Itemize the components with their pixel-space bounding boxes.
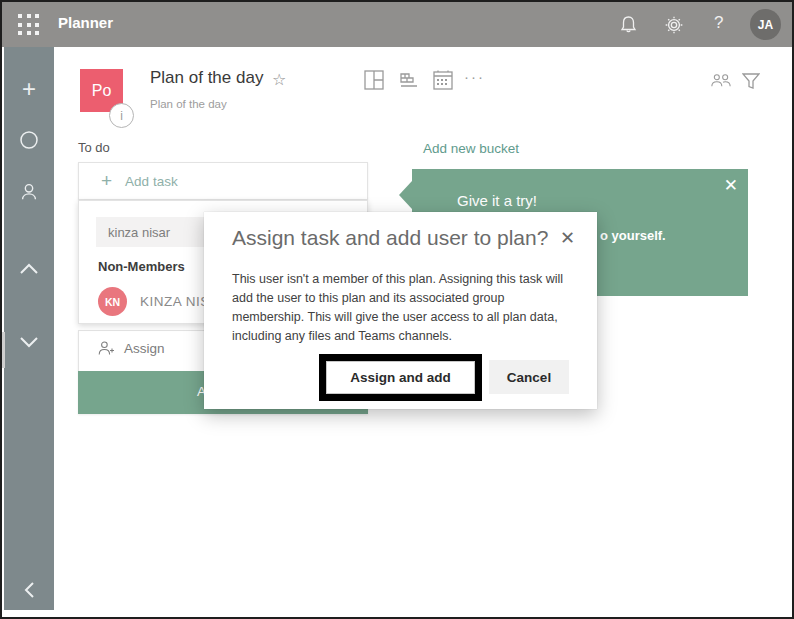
add-task-button[interactable]: + Add task <box>78 162 368 200</box>
assign-confirmation-dialog: Assign task and add user to plan? ✕ This… <box>204 212 597 409</box>
member-avatar-initials: KN <box>105 296 120 308</box>
assign-person-plus-icon <box>97 340 115 356</box>
dialog-body-text: This user isn't a member of this plan. A… <box>232 270 580 346</box>
planner-hub-icon[interactable] <box>4 125 54 155</box>
planner-window: Planner ? JA + <box>0 0 794 619</box>
cancel-button[interactable]: Cancel <box>489 360 569 394</box>
help-glyph: ? <box>714 13 723 32</box>
click-highlight-frame: Assign and add <box>319 354 482 401</box>
plan-subtitle: Plan of the day <box>150 98 227 110</box>
callout-beak <box>399 181 412 209</box>
scroll-down-chevron-icon[interactable] <box>4 327 54 357</box>
assign-row[interactable]: Assign <box>97 340 165 356</box>
my-tasks-person-icon[interactable] <box>4 177 54 207</box>
settings-gear-icon[interactable] <box>664 15 684 35</box>
add-task-label: Add task <box>125 174 178 189</box>
plan-title: Plan of the day <box>150 68 263 88</box>
new-plan-plus-icon[interactable]: + <box>4 74 54 104</box>
schedule-view-icon[interactable] <box>433 70 453 90</box>
scrollbar-remnant <box>2 332 5 368</box>
plus-icon: + <box>101 170 112 192</box>
bucket-title: To do <box>78 140 110 155</box>
group-members-icon[interactable] <box>711 72 731 92</box>
favorite-star-icon[interactable]: ☆ <box>272 70 286 89</box>
callout-text-fragment: o yourself. <box>600 228 666 243</box>
board-view-icon[interactable] <box>364 70 384 90</box>
assign-and-add-button[interactable]: Assign and add <box>326 361 475 394</box>
app-title: Planner <box>58 14 113 31</box>
user-avatar[interactable]: JA <box>750 9 781 40</box>
plan-info-icon[interactable]: i <box>109 103 134 128</box>
member-name: KINZA NIS <box>140 294 210 309</box>
user-avatar-initials: JA <box>758 18 773 32</box>
filter-funnel-icon[interactable] <box>742 72 762 92</box>
member-avatar: KN <box>98 287 127 316</box>
collapse-nav-chevron-icon[interactable] <box>4 575 54 605</box>
dialog-title: Assign task and add user to plan? <box>232 226 548 250</box>
charts-view-icon[interactable] <box>399 70 419 90</box>
assign-label: Assign <box>124 341 165 356</box>
non-members-section-label: Non-Members <box>98 259 185 274</box>
member-suggestion-row[interactable]: KN KINZA NIS <box>98 287 210 316</box>
left-nav-rail: + <box>4 47 54 610</box>
callout-close-icon[interactable]: ✕ <box>724 175 738 196</box>
more-options-ellipsis-icon[interactable]: ··· <box>464 68 485 85</box>
add-new-bucket-link[interactable]: Add new bucket <box>423 141 519 156</box>
scroll-up-chevron-icon[interactable] <box>4 254 54 284</box>
plan-tile-initials: Po <box>92 82 112 100</box>
help-icon[interactable]: ? <box>714 13 723 33</box>
top-app-bar: Planner ? JA <box>2 2 792 47</box>
app-launcher-waffle-icon[interactable] <box>17 13 41 37</box>
callout-title: Give it a try! <box>457 192 537 209</box>
dialog-close-icon[interactable]: ✕ <box>560 227 575 249</box>
notifications-bell-icon[interactable] <box>619 15 638 35</box>
info-glyph: i <box>120 109 123 123</box>
